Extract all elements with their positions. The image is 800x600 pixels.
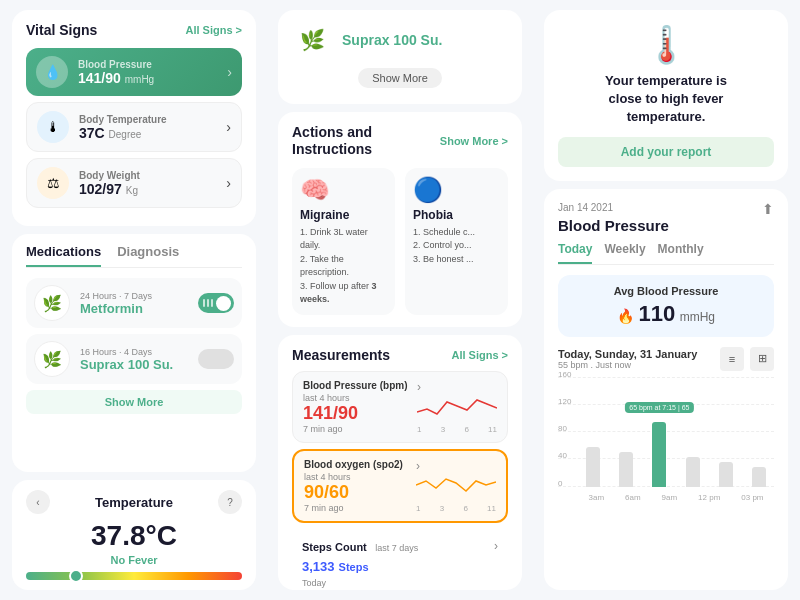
measure-spo2-time: 7 min ago (304, 503, 403, 513)
temp-info-button[interactable]: ? (218, 490, 242, 514)
suprax-top-name: Suprax 100 Su. (342, 32, 442, 48)
fever-text: Your temperature isclose to high feverte… (558, 72, 774, 127)
bp-tab-monthly[interactable]: Monthly (658, 242, 704, 264)
steps-bars (302, 588, 498, 590)
med-tabs: Medications Diagnosis (26, 244, 242, 268)
bp-tab-weekly[interactable]: Weekly (604, 242, 645, 264)
steps-sublabel: last 7 days (375, 543, 418, 553)
metformin-icon: 🌿 (34, 285, 70, 321)
steps-today: Today (302, 578, 498, 588)
metformin-schedule: 24 Hours · 7 Days (80, 291, 198, 301)
temp-icon: 🌡 (37, 111, 69, 143)
steps-value: 3,133 (302, 559, 335, 574)
migraine-name: Migraine (300, 208, 387, 222)
spo2-sparkline (416, 473, 496, 498)
temp-arrow[interactable]: › (226, 119, 231, 135)
measure-spo2-arrow[interactable]: › (416, 459, 496, 473)
bp-bar-1 (586, 447, 600, 487)
measure-bp-time: 7 min ago (303, 424, 407, 434)
steps-unit: Steps (339, 561, 369, 573)
steps-card: Steps Count last 7 days › 3,133 Steps To… (292, 529, 508, 590)
avg-bp-box: Avg Blood Pressure 🔥 110 mmHg (558, 275, 774, 337)
bp-sparkline (417, 394, 497, 419)
suprax-schedule: 16 Hours · 4 Days (80, 347, 198, 357)
bp-value: 141/90 mmHg (78, 70, 227, 86)
suprax-name: Suprax 100 Su. (80, 357, 198, 372)
suprax-top-card: 🌿 Suprax 100 Su. Show More (278, 10, 522, 104)
bp-bar-chart: 160 120 80 40 0 65 bpm at 7:15 | 65 (558, 377, 774, 487)
tab-diagnosis[interactable]: Diagnosis (117, 244, 179, 267)
suprax-toggle[interactable] (198, 349, 234, 369)
temp-back-button[interactable]: ‹ (26, 490, 50, 514)
med-item-suprax[interactable]: 🌿 16 Hours · 4 Days Suprax 100 Su. (26, 334, 242, 384)
vital-item-weight[interactable]: ⚖ Body Weight 102/97 Kg › (26, 158, 242, 208)
measurements-all-signs[interactable]: All Signs > (451, 349, 508, 361)
measure-bp-sublabel: last 4 hours (303, 393, 407, 403)
temp-label: Body Temperature (79, 114, 226, 125)
vital-item-bp[interactable]: 💧 Blood Pressure 141/90 mmHg › (26, 48, 242, 96)
temperature-bar (26, 572, 242, 580)
vital-signs-card: Vital Signs All Signs > 💧 Blood Pressure… (12, 10, 256, 226)
temperature-label: Temperature (95, 495, 173, 510)
bp-bar-5 (719, 462, 733, 487)
med-item-metformin[interactable]: 🌿 24 Hours · 7 Days Metformin (26, 278, 242, 328)
action-phobia: 🔵 Phobia 1. Schedule c...2. Control yo..… (405, 168, 508, 315)
measure-spo2-value: 90/60 (304, 482, 403, 503)
steps-arrow[interactable]: › (494, 539, 498, 553)
vital-item-temp[interactable]: 🌡 Body Temperature 37C Degree › (26, 102, 242, 152)
fever-icon: 🌡️ (558, 24, 774, 66)
metformin-toggle[interactable] (198, 293, 234, 313)
all-signs-link[interactable]: All Signs > (185, 24, 242, 36)
add-report-button[interactable]: Add your report (558, 137, 774, 167)
action-migraine: 🧠 Migraine 1. Drink 3L water daily.2. Ta… (292, 168, 395, 315)
actions-card: Actions andInstructions Show More > 🧠 Mi… (278, 112, 522, 327)
vital-signs-title: Vital Signs (26, 22, 97, 38)
weight-label: Body Weight (79, 170, 226, 181)
bp-icon: 💧 (36, 56, 68, 88)
weight-value: 102/97 Kg (79, 181, 226, 197)
avg-bp-label: Avg Blood Pressure (572, 285, 760, 297)
measurements-title: Measurements (292, 347, 390, 363)
bp-list-icon[interactable]: ≡ (720, 347, 744, 371)
measure-bp-label: Blood Pressure (bpm) (303, 380, 407, 391)
phobia-steps: 1. Schedule c...2. Control yo...3. Be ho… (413, 226, 500, 267)
actions-show-more[interactable]: Show More > (440, 135, 508, 147)
weight-icon: ⚖ (37, 167, 69, 199)
bp-bar-6 (752, 467, 766, 487)
measure-spo2[interactable]: Blood oxygen (spo2) last 4 hours 90/60 7… (292, 449, 508, 523)
temperature-status: No Fever (26, 554, 242, 566)
phobia-icon: 🔵 (413, 176, 500, 204)
bp-bar-2 (619, 452, 633, 487)
measure-bp[interactable]: Blood Pressure (bpm) last 4 hours 141/90… (292, 371, 508, 443)
tab-medications[interactable]: Medications (26, 244, 101, 267)
bp-time-labels: 3am6am9am12 pm03 pm (558, 493, 774, 502)
bp-today-sub: 55 bpm . Just now (558, 360, 697, 370)
weight-arrow[interactable]: › (226, 175, 231, 191)
action-items: 🧠 Migraine 1. Drink 3L water daily.2. Ta… (292, 168, 508, 315)
avg-bp-unit: mmHg (680, 310, 715, 324)
bp-date: Jan 14 2021 (558, 202, 613, 213)
bp-tabs: Today Weekly Monthly (558, 242, 774, 265)
measure-spo2-sublabel: last 4 hours (304, 472, 403, 482)
bp-bar-tooltip: 65 bpm at 7:15 | 65 (625, 402, 693, 413)
bp-share-icon[interactable]: ⬆ (762, 201, 774, 217)
bp-chart-title: Blood Pressure (558, 217, 774, 234)
suprax-top-icon: 🌿 (292, 20, 332, 60)
medications-card: Medications Diagnosis 🌿 24 Hours · 7 Day… (12, 234, 256, 472)
bp-tab-today[interactable]: Today (558, 242, 592, 264)
medications-show-more[interactable]: Show More (26, 390, 242, 414)
bp-arrow[interactable]: › (227, 64, 232, 80)
bp-grid-icon[interactable]: ⊞ (750, 347, 774, 371)
measure-bp-value: 141/90 (303, 403, 407, 424)
temperature-value: 37.8°C (26, 520, 242, 552)
temp-value: 37C Degree (79, 125, 226, 141)
bp-label: Blood Pressure (78, 59, 227, 70)
measurements-card: Measurements All Signs > Blood Pressure … (278, 335, 522, 590)
metformin-name: Metformin (80, 301, 198, 316)
fever-card: 🌡️ Your temperature isclose to high feve… (544, 10, 788, 181)
measure-spo2-label: Blood oxygen (spo2) (304, 459, 403, 470)
bp-bar-3: 65 bpm at 7:15 | 65 (652, 422, 666, 487)
suprax-show-more[interactable]: Show More (358, 68, 442, 88)
avg-bp-value: 110 (638, 301, 675, 326)
measure-bp-arrow[interactable]: › (417, 380, 497, 394)
